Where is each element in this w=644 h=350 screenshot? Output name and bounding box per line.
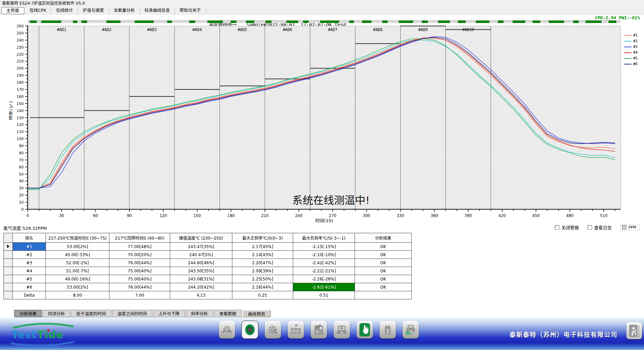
menu-item-3[interactable]: 在线统计 bbox=[51, 7, 78, 14]
svg-text:90: 90 bbox=[19, 144, 24, 148]
row-selector-cell[interactable] bbox=[4, 243, 13, 251]
table-cell[interactable]: 240.47[5%] bbox=[170, 251, 232, 259]
table-cell[interactable]: 243.50[35%] bbox=[170, 267, 232, 275]
bottom-tab-4[interactable]: 温度之间的时间 bbox=[112, 310, 153, 317]
company-name: 泰斯泰特（苏州）电子科技有限公司 bbox=[510, 330, 618, 339]
table-cell[interactable]: OK bbox=[355, 259, 412, 267]
table-cell[interactable]: OK bbox=[355, 251, 412, 259]
row-selector-cell[interactable] bbox=[4, 251, 13, 259]
table-cell[interactable]: -2.61[-61%] bbox=[293, 283, 355, 291]
save-data-button[interactable] bbox=[334, 321, 350, 339]
table-cell[interactable]: #1 bbox=[13, 243, 46, 251]
table-cell[interactable]: -2.26[-26%] bbox=[293, 275, 355, 283]
exit-button[interactable] bbox=[626, 322, 642, 339]
bottom-tab-3[interactable]: 处于温度的时间 bbox=[71, 310, 111, 317]
table-cell[interactable]: 0.25 bbox=[232, 291, 293, 299]
bottom-tab-1[interactable]: 分析结果 bbox=[14, 310, 42, 317]
row-selector-cell[interactable] bbox=[4, 267, 13, 275]
table-cell[interactable]: 2.09[39%] bbox=[232, 267, 293, 275]
table-cell[interactable]: 52.00[-2%] bbox=[46, 259, 109, 267]
row-selector-cell[interactable] bbox=[4, 259, 13, 267]
select-curve-button[interactable] bbox=[357, 321, 373, 339]
menu-item-4[interactable]: 炉温与速度 bbox=[78, 7, 109, 14]
table-cell[interactable]: OK bbox=[355, 283, 412, 291]
settings-button[interactable] bbox=[265, 321, 281, 339]
table-row[interactable]: #653.00[2%]76.00[44%]244.20[42%]2.16[44%… bbox=[4, 283, 412, 291]
table-cell[interactable]: 51.00[-7%] bbox=[46, 267, 109, 275]
table-cell[interactable]: 75.00[40%] bbox=[109, 275, 170, 283]
row-selector-cell[interactable] bbox=[4, 275, 13, 283]
table-cell[interactable]: 76.00[44%] bbox=[109, 259, 170, 267]
table-cell[interactable]: 2.16[44%] bbox=[232, 283, 293, 291]
table-cell[interactable]: 76.00[44%] bbox=[109, 283, 170, 291]
table-cell[interactable]: 2.25[50%] bbox=[232, 275, 293, 283]
table-cell[interactable]: 77.00[48%] bbox=[109, 243, 170, 251]
table-cell[interactable]: 2.17[45%] bbox=[232, 243, 293, 251]
table-cell[interactable]: 70.00[20%] bbox=[109, 251, 170, 259]
table-row[interactable]: #549.00[-16%]75.00[40%]243.08[31%]2.25[5… bbox=[4, 275, 412, 283]
table-row[interactable]: #153.00[2%]77.00[48%]243.47[35%]2.17[45%… bbox=[4, 243, 412, 251]
menu-item-7[interactable]: 帮助与关于 bbox=[175, 7, 206, 14]
table-cell[interactable]: 75.00[40%] bbox=[109, 267, 170, 275]
menu-item-2[interactable]: 在线CPK bbox=[25, 7, 51, 14]
checkbox-box[interactable] bbox=[555, 225, 559, 230]
table-cell[interactable]: #6 bbox=[13, 283, 46, 291]
checkbox-1[interactable]: 关闭警报 bbox=[555, 224, 579, 231]
table-row[interactable]: #451.00[-7%]75.00[40%]243.50[35%]2.09[39… bbox=[4, 267, 412, 275]
print-curve-button[interactable]: CURVE bbox=[403, 321, 419, 339]
checkbox-3[interactable]: PPM bbox=[620, 224, 640, 231]
bottom-tab-8[interactable]: 曲线预测 bbox=[242, 310, 271, 317]
table-cell[interactable]: 2.14[43%] bbox=[232, 251, 293, 259]
table-cell[interactable]: 49.00[-16%] bbox=[46, 275, 109, 283]
svg-text:200: 200 bbox=[17, 66, 24, 71]
table-row[interactable]: #245.00[-33%]70.00[20%]240.47[5%]2.14[43… bbox=[4, 251, 412, 259]
table-cell[interactable]: OK bbox=[355, 243, 412, 251]
table-cell[interactable]: 244.20[42%] bbox=[170, 283, 232, 291]
checkbox-box[interactable] bbox=[588, 225, 592, 230]
table-cell[interactable]: 244.60[46%] bbox=[170, 259, 232, 267]
table-cell[interactable]: 8.00 bbox=[46, 291, 109, 299]
legend-label: #3 bbox=[633, 45, 638, 49]
table-cell[interactable]: OK bbox=[355, 267, 412, 275]
table-cell[interactable]: 53.00[2%] bbox=[46, 283, 109, 291]
table-cell[interactable]: #4 bbox=[13, 267, 46, 275]
table-cell[interactable]: #5 bbox=[13, 275, 46, 283]
stop-measure-button[interactable] bbox=[242, 321, 258, 339]
menu-item-1[interactable]: 主界面 bbox=[1, 7, 24, 14]
window-title: 泰斯泰特 ES24-7炉温实时监控系统软件 V5.0 bbox=[0, 0, 644, 7]
table-cell[interactable]: -2.21[-21%] bbox=[293, 267, 355, 275]
table-cell[interactable]: 45.00[-33%] bbox=[46, 251, 109, 259]
menu-item-6[interactable]: 标准曲线信息 bbox=[140, 7, 175, 14]
table-cell[interactable]: 7.00 bbox=[109, 291, 170, 299]
table-cell[interactable]: #2 bbox=[13, 251, 46, 259]
edit-report-button[interactable] bbox=[311, 321, 327, 339]
table-cell[interactable] bbox=[355, 291, 412, 299]
bottom-tab-7[interactable]: 查看数据 bbox=[214, 310, 242, 317]
table-cell[interactable]: -2.15[-15%] bbox=[293, 243, 355, 251]
auto-run-gear-button[interactable] bbox=[219, 321, 235, 339]
analysis-tab-bar: 分析结果回流分析处于温度的时间温度之间的时间上升与下降斜率分析查看数据曲线预测 bbox=[14, 310, 272, 317]
table-cell[interactable]: 2.20[47%] bbox=[232, 259, 293, 267]
edit-data-button[interactable] bbox=[288, 321, 304, 339]
bottom-tab-2[interactable]: 回流分析 bbox=[43, 310, 70, 317]
table-cell[interactable]: -2.10[-10%] bbox=[293, 251, 355, 259]
row-selector-cell[interactable] bbox=[4, 283, 13, 291]
row-selector-cell[interactable] bbox=[4, 291, 13, 299]
menu-item-5[interactable]: 含氧量分析 bbox=[109, 7, 140, 14]
table-cell[interactable]: 4.13 bbox=[170, 291, 232, 299]
table-cell[interactable]: OK bbox=[355, 275, 412, 283]
table-row[interactable]: Delta8.007.004.130.250.51 bbox=[4, 291, 412, 299]
table-cell[interactable]: 0.51 bbox=[293, 291, 355, 299]
bottom-tab-6[interactable]: 斜率分析 bbox=[186, 310, 213, 317]
table-cell[interactable]: Delta bbox=[13, 291, 46, 299]
checkbox-box[interactable] bbox=[622, 225, 626, 230]
table-cell[interactable]: #3 bbox=[13, 259, 46, 267]
table-cell[interactable]: 53.00[2%] bbox=[46, 243, 109, 251]
table-cell[interactable]: 243.08[31%] bbox=[170, 275, 232, 283]
table-row[interactable]: #352.00[-2%]76.00[44%]244.60[46%]2.20[47… bbox=[4, 259, 412, 267]
table-cell[interactable]: -2.42[-42%] bbox=[293, 259, 355, 267]
table-cell[interactable]: 243.47[35%] bbox=[170, 243, 232, 251]
checkbox-2[interactable]: 查看日志 bbox=[588, 224, 612, 231]
device-connect-button[interactable] bbox=[380, 321, 396, 339]
bottom-tab-5[interactable]: 上升与下降 bbox=[153, 310, 185, 317]
